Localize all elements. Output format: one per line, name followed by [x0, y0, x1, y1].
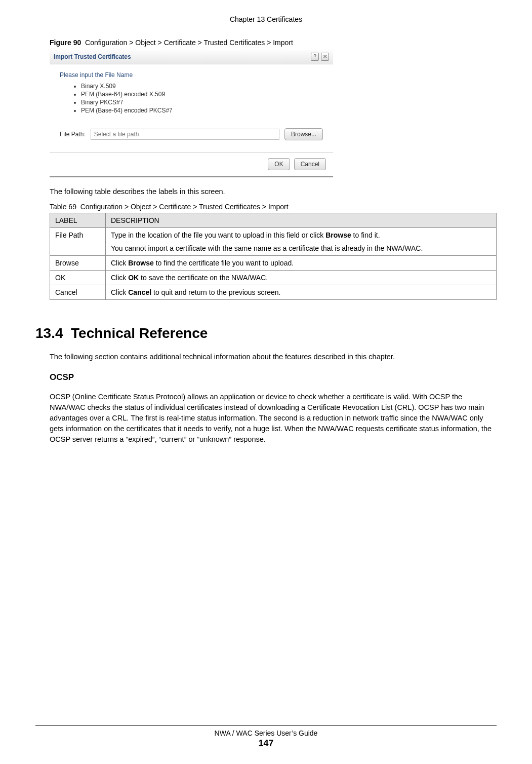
footer-page-number: 147 [35, 738, 497, 749]
cancel-button[interactable]: Cancel [294, 158, 326, 170]
table-row: File Path Type in the location of the fi… [50, 228, 497, 256]
dialog-title: Import Trusted Certificates [54, 53, 131, 60]
figure-label: Figure 90 [50, 39, 81, 47]
table-intro: The following table describes the labels… [50, 187, 497, 196]
table-cell-desc: Click Browse to find the certificate fil… [106, 256, 497, 271]
dialog-prompt: Please input the File Name [60, 71, 323, 79]
section-intro: The following section contains additiona… [50, 352, 497, 362]
table-header-description: DESCRIPTION [106, 213, 497, 228]
table-cell-desc: Click Cancel to quit and return to the p… [106, 285, 497, 300]
format-item: PEM (Base-64) encoded X.509 [81, 91, 323, 98]
table-caption-text: Configuration > Object > Certificate > T… [80, 203, 289, 211]
titlebar-icons: ? ✕ [311, 53, 329, 61]
table-caption: Table 69 Configuration > Object > Certif… [50, 203, 497, 211]
table-caption-prefix: Table 69 [50, 203, 76, 211]
dialog-titlebar: Import Trusted Certificates ? ✕ [50, 50, 333, 64]
table-cell-label: File Path [50, 228, 106, 256]
filepath-row: File Path: Browse... [60, 128, 323, 140]
filepath-input[interactable] [91, 129, 279, 140]
import-dialog: Import Trusted Certificates ? ✕ Please i… [50, 50, 333, 177]
dialog-body: Please input the File Name Binary X.509 … [50, 64, 333, 149]
section-number: 13.4 [35, 325, 63, 341]
table-row: OK Click OK to save the certificate on t… [50, 271, 497, 285]
dialog-footer: OK Cancel [50, 153, 333, 176]
ocsp-body: OCSP (Online Certificate Status Protocol… [50, 392, 497, 445]
description-table: LABEL DESCRIPTION File Path Type in the … [50, 213, 497, 300]
section-heading: 13.4 Technical Reference [35, 325, 497, 341]
footer-guide: NWA / WAC Series User’s Guide [35, 729, 497, 737]
section-title: Technical Reference [71, 325, 208, 341]
format-list: Binary X.509 PEM (Base-64) encoded X.509… [81, 83, 323, 114]
table-row: Cancel Click Cancel to quit and return t… [50, 285, 497, 300]
help-icon[interactable]: ? [311, 53, 319, 61]
ocsp-heading: OCSP [50, 372, 497, 383]
format-item: PEM (Base-64) encoded PKCS#7 [81, 107, 323, 114]
table-cell-label: OK [50, 271, 106, 285]
page-footer: NWA / WAC Series User’s Guide 147 [35, 725, 497, 749]
table-header-label: LABEL [50, 213, 106, 228]
figure-caption-text: Configuration > Object > Certificate > T… [85, 39, 293, 47]
filepath-label: File Path: [60, 131, 86, 138]
chapter-header: Chapter 13 Certificates [35, 15, 497, 23]
table-cell-desc: Type in the location of the file you wan… [106, 228, 497, 256]
browse-button[interactable]: Browse... [284, 128, 323, 140]
table-row: Browse Click Browse to find the certific… [50, 256, 497, 271]
ok-button[interactable]: OK [268, 158, 290, 170]
table-cell-label: Browse [50, 256, 106, 271]
format-item: Binary PKCS#7 [81, 99, 323, 106]
close-icon[interactable]: ✕ [321, 53, 329, 61]
figure-caption: Figure 90 Configuration > Object > Certi… [50, 39, 497, 47]
table-cell-label: Cancel [50, 285, 106, 300]
table-cell-desc: Click OK to save the certificate on the … [106, 271, 497, 285]
format-item: Binary X.509 [81, 83, 323, 90]
